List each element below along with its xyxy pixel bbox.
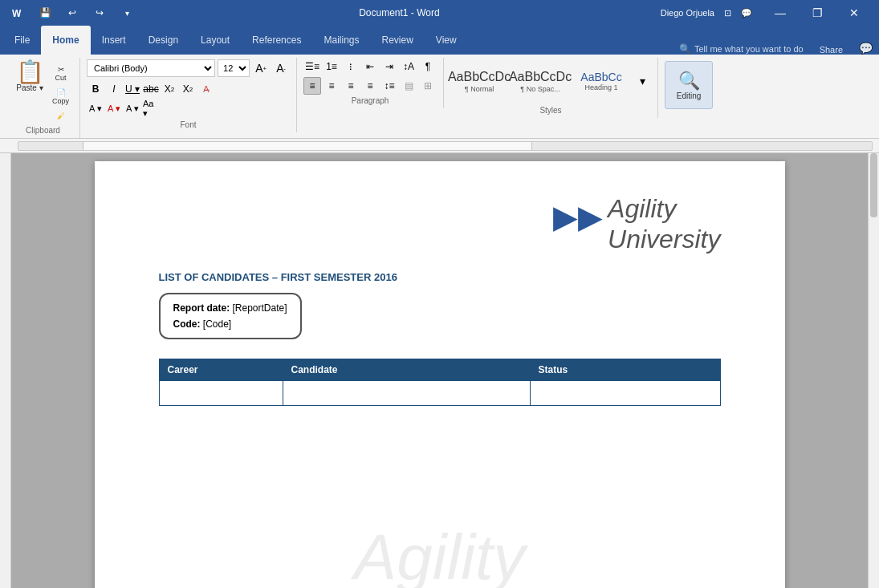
styles-more-button[interactable]: ▾	[633, 72, 651, 90]
numbering-button[interactable]: 1≡	[323, 58, 340, 75]
ribbon-collapse-button[interactable]: ⊡	[724, 8, 731, 18]
title-bar: W 💾 ↩ ↪ ▾ Document1 - Word Diego Orjuela…	[0, 0, 879, 26]
undo-button[interactable]: ↩	[61, 2, 83, 24]
clipboard-group: 📋 Paste ▾ ✂ Cut 📄 Copy 🖌	[6, 58, 80, 138]
format-painter-button[interactable]: 🖌	[48, 109, 73, 123]
clear-format-button[interactable]: A̶	[197, 80, 215, 98]
report-date-label: Report date:	[173, 302, 230, 314]
document-page: ▶▶ Agility University LIST OF CANDIDATES…	[95, 161, 785, 588]
font-label: Font	[87, 119, 290, 132]
paragraph-label: Paragraph	[303, 95, 437, 108]
shading-button[interactable]: ▤	[400, 77, 417, 95]
style-normal[interactable]: AaBbCcDc ¶ Normal	[450, 58, 508, 104]
italic-button[interactable]: I	[105, 80, 123, 98]
style-heading1[interactable]: AaBbCc Heading 1	[572, 58, 630, 104]
td-candidate	[283, 380, 530, 405]
vertical-scrollbar[interactable]	[868, 153, 879, 588]
bullets-button[interactable]: ☰≡	[303, 58, 321, 75]
comment-button[interactable]: 💬	[741, 8, 752, 18]
report-date-line: Report date: [ReportDate]	[173, 302, 287, 314]
sort-button[interactable]: ↕A	[400, 58, 417, 75]
format-painter-icon: 🖌	[57, 112, 65, 120]
font-name-select[interactable]: Calibri (Body)	[87, 59, 215, 77]
increase-indent-button[interactable]: ⇥	[380, 58, 398, 75]
tab-references[interactable]: References	[241, 26, 312, 55]
tab-insert[interactable]: Insert	[91, 26, 137, 55]
style-heading1-preview: AaBbCc	[580, 71, 621, 84]
logo-text: Agility University	[608, 193, 720, 255]
share-button[interactable]: Share	[810, 45, 853, 55]
superscript-button[interactable]: X2	[179, 80, 197, 98]
tab-design[interactable]: Design	[137, 26, 189, 55]
align-right-button[interactable]: ≡	[342, 77, 360, 95]
tell-me-bar[interactable]: 🔍 Tell me what you want to do	[673, 43, 810, 55]
minimize-button[interactable]: —	[762, 0, 799, 26]
paste-button[interactable]: 📋 Paste ▾	[13, 59, 47, 94]
font-color-row: A ▾ A ▾ A ▾ Aa ▾	[87, 99, 290, 117]
styles-group: AaBbCcDc ¶ Normal AaBbCcDc ¶ No Spac... …	[444, 58, 658, 118]
logo-line1: Agility	[608, 193, 720, 224]
font-color-button[interactable]: A ▾	[105, 99, 123, 117]
tab-file[interactable]: File	[3, 26, 41, 55]
redo-button[interactable]: ↪	[88, 2, 111, 24]
document-title: Document1 - Word	[138, 7, 661, 18]
tab-mailings[interactable]: Mailings	[312, 26, 370, 55]
font-size-select[interactable]: 12	[218, 59, 250, 77]
horizontal-ruler	[18, 141, 873, 151]
increase-font-button[interactable]: A+	[252, 59, 270, 77]
style-no-spacing[interactable]: AaBbCcDc ¶ No Spac...	[511, 58, 569, 104]
window-controls: — ❐ ✕	[762, 0, 873, 26]
copy-icon: 📄	[56, 88, 66, 97]
style-no-spacing-label: ¶ No Spac...	[520, 85, 560, 93]
editing-group-label	[665, 112, 713, 117]
tab-review[interactable]: Review	[370, 26, 424, 55]
line-spacing-button[interactable]: ↕≡	[380, 77, 398, 95]
ruler-bar	[0, 139, 879, 153]
document-scroll-area[interactable]: ▶▶ Agility University LIST OF CANDIDATES…	[11, 153, 868, 588]
font-format-row: B I U ▾ abc X2 X2 A̶	[87, 80, 290, 98]
user-name: Diego Orjuela	[661, 8, 714, 18]
logo-line2: University	[608, 224, 720, 254]
justify-button[interactable]: ≡	[361, 77, 379, 95]
cut-button[interactable]: ✂ Cut	[48, 63, 73, 84]
tab-home[interactable]: Home	[41, 26, 90, 55]
tab-layout[interactable]: Layout	[189, 26, 241, 55]
underline-button[interactable]: U ▾	[124, 80, 141, 98]
subscript-button[interactable]: X2	[161, 80, 178, 98]
editing-group: 🔍 Editing	[658, 58, 719, 117]
clipboard-group-content: 📋 Paste ▾ ✂ Cut 📄 Copy 🖌	[13, 58, 73, 124]
code-label: Code:	[173, 318, 201, 330]
bold-button[interactable]: B	[87, 80, 104, 98]
align-left-button[interactable]: ≡	[303, 77, 321, 95]
strikethrough-button[interactable]: abc	[142, 80, 160, 98]
close-button[interactable]: ✕	[836, 0, 873, 26]
svg-text:W: W	[12, 8, 22, 19]
text-highlight-button[interactable]: A ▾	[87, 99, 104, 117]
align-center-button[interactable]: ≡	[323, 77, 340, 95]
cut-icon: ✂	[58, 65, 64, 74]
ribbon-tab-bar: File Home Insert Design Layout Reference…	[0, 26, 879, 55]
qat-more-button[interactable]: ▾	[116, 2, 138, 24]
th-status: Status	[530, 359, 720, 380]
copy-button[interactable]: 📄 Copy	[48, 86, 73, 107]
show-marks-button[interactable]: ¶	[419, 58, 437, 75]
styles-label: Styles	[450, 104, 651, 118]
decrease-font-button[interactable]: A-	[272, 59, 290, 77]
ribbon: File Home Insert Design Layout Reference…	[0, 26, 879, 139]
editing-button[interactable]: 🔍 Editing	[665, 61, 713, 109]
font-size-large-button[interactable]: A ▾	[124, 99, 141, 117]
tab-view[interactable]: View	[425, 26, 468, 55]
style-normal-label: ¶ Normal	[465, 85, 494, 93]
scroll-thumb[interactable]	[870, 153, 877, 217]
comments-icon[interactable]: 💬	[853, 42, 879, 55]
title-bar-left: W 💾 ↩ ↪ ▾	[6, 2, 138, 24]
save-button[interactable]: 💾	[34, 2, 56, 24]
multilevel-list-button[interactable]: ⫶	[342, 58, 360, 75]
clipboard-label: Clipboard	[13, 124, 73, 138]
change-case-button[interactable]: Aa ▾	[142, 99, 160, 117]
decrease-indent-button[interactable]: ⇤	[361, 58, 379, 75]
td-career	[159, 380, 283, 405]
restore-button[interactable]: ❐	[799, 0, 836, 26]
borders-button[interactable]: ⊞	[419, 77, 437, 95]
code-value: [Code]	[203, 318, 231, 330]
